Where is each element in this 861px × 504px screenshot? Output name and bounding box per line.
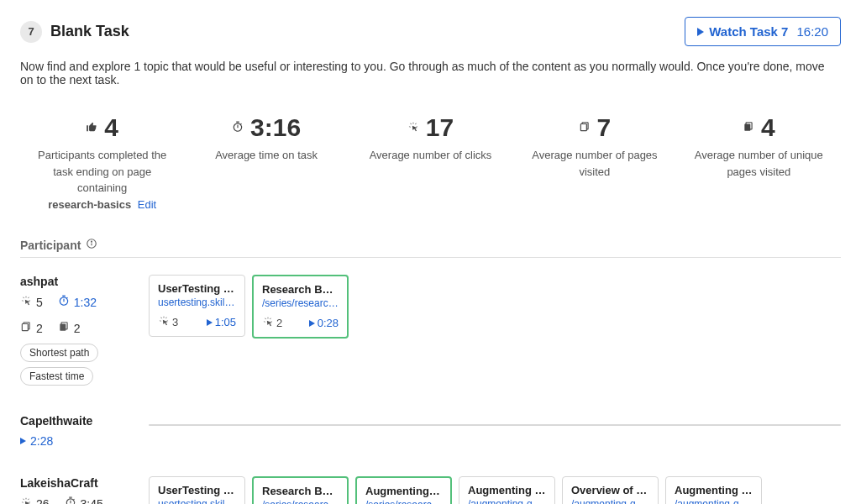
participant-pages: 2 <box>20 321 43 335</box>
svg-rect-3 <box>744 123 750 130</box>
card-clicks: 3 <box>158 315 178 329</box>
svg-rect-1 <box>580 123 586 130</box>
page-card[interactable]: UserTesting Tra… usertesting.skilljar… 2… <box>149 476 245 504</box>
page-card[interactable]: Augmenting Qu… /series/research-b… 16 1:… <box>355 476 452 504</box>
cursor-click-icon <box>262 316 274 330</box>
metric-completed-page: research-basics <box>48 198 131 211</box>
page-card[interactable]: Augmenting Q… /augmenting-qua… 3 0:22 <box>459 476 555 504</box>
participant-name[interactable]: CapeIthwaite <box>20 414 134 428</box>
watch-task-duration: 16:20 <box>796 24 828 39</box>
card-title: Augmenting Qu… <box>365 485 442 497</box>
timeline-bar <box>149 424 841 426</box>
card-play-button[interactable]: 0:28 <box>309 317 339 329</box>
card-url: /series/research-b… <box>262 297 339 309</box>
play-icon <box>20 438 26 444</box>
svg-point-6 <box>92 241 92 242</box>
metric-unique-label: Average number of unique pages visited <box>684 147 834 180</box>
card-title: Research Basics <box>262 485 339 497</box>
edit-link[interactable]: Edit <box>138 198 156 211</box>
metric-clicks-value: 17 <box>426 113 454 142</box>
page-card[interactable]: Overview of qu… /augmenting-qua… 0 0:31 <box>562 476 659 504</box>
metric-completed-value: 4 <box>104 113 118 142</box>
metric-clicks-label: Average number of clicks <box>355 147 506 164</box>
svg-rect-8 <box>22 324 28 331</box>
card-play-button[interactable]: 1:05 <box>207 316 236 328</box>
participant-row: ashpat 5 1:32 2 2 Shortest pathFastest t… <box>20 275 841 386</box>
cards-row: UserTesting Tra… usertesting.skilljar… 3… <box>149 275 841 339</box>
metric-time-value: 3:16 <box>250 113 301 142</box>
unique-pages-icon <box>743 119 754 137</box>
stopwatch-icon <box>65 496 76 504</box>
page-card[interactable]: UserTesting Tra… usertesting.skilljar… 3… <box>149 275 245 337</box>
thumbs-up-icon <box>86 119 97 137</box>
svg-rect-10 <box>60 324 66 331</box>
card-title: Augmenting Q… <box>468 484 546 496</box>
unique-pages-icon <box>58 321 70 335</box>
cursor-click-icon <box>20 295 32 309</box>
participant-play[interactable]: 2:28 <box>20 434 134 448</box>
participant-time: 3:45 <box>65 496 103 504</box>
cursor-click-icon <box>158 315 170 329</box>
card-url: usertesting.skilljar… <box>158 297 236 308</box>
participant-clicks: 5 <box>20 295 43 309</box>
cursor-click-icon <box>407 119 419 137</box>
play-icon <box>207 319 213 326</box>
card-title: Research Basics <box>262 283 339 296</box>
task-description: Now find and explore 1 topic that would … <box>20 60 841 87</box>
page-card[interactable]: Research Basics /series/research-b… 3 0:… <box>252 476 349 504</box>
page-card[interactable]: Augmenting Q… /augmenting-qua… 2 0:14 <box>665 476 762 504</box>
participant-section-label: Participant <box>20 239 81 252</box>
participant-name[interactable]: ashpat <box>20 275 134 288</box>
card-title: Augmenting Q… <box>675 484 753 496</box>
card-title: Overview of qu… <box>571 484 649 496</box>
card-title: UserTesting Tra… <box>158 282 236 295</box>
participant-unique-pages: 2 <box>58 321 81 335</box>
participant-badge: Shortest path <box>20 344 98 362</box>
metric-completed-label: Participants completed the task ending o… <box>38 149 166 194</box>
watch-task-button[interactable]: Watch Task 7 16:20 <box>685 17 841 46</box>
page-card[interactable]: Research Basics /series/research-b… 2 0:… <box>252 275 349 339</box>
card-clicks: 2 <box>262 316 282 330</box>
card-title: UserTesting Tra… <box>158 484 236 496</box>
info-icon[interactable] <box>86 238 97 252</box>
pages-icon <box>579 119 591 137</box>
participant-name[interactable]: LakeishaCraft <box>20 476 134 490</box>
card-url: /augmenting-qua… <box>675 498 753 504</box>
cursor-click-icon <box>20 496 32 504</box>
metric-unique-value: 4 <box>761 113 775 142</box>
card-url: /series/research-b… <box>262 499 339 504</box>
play-icon <box>309 320 315 327</box>
participant-row: LakeishaCraft 26 3:45 6 5 UserTesting Tr… <box>20 476 841 504</box>
metric-pages-label: Average number of pages visited <box>519 147 669 180</box>
pages-icon <box>20 321 32 335</box>
card-url: /augmenting-qua… <box>571 498 649 504</box>
card-url: usertesting.skilljar… <box>158 498 236 504</box>
card-url: /series/research-b… <box>365 499 442 504</box>
participant-row: CapeIthwaite 2:28 <box>20 414 841 448</box>
watch-task-label: Watch Task 7 <box>709 24 788 39</box>
stopwatch-icon <box>58 295 70 309</box>
task-title: Blank Task <box>50 23 129 40</box>
metric-pages-value: 7 <box>597 113 612 142</box>
play-icon <box>697 28 704 36</box>
metric-time-label: Average time on task <box>191 147 341 164</box>
card-url: /augmenting-qua… <box>468 498 546 504</box>
participant-time: 1:32 <box>58 295 97 309</box>
participant-clicks: 26 <box>20 496 50 504</box>
cards-row: UserTesting Tra… usertesting.skilljar… 2… <box>149 476 841 504</box>
participant-badge: Fastest time <box>20 367 93 386</box>
stopwatch-icon <box>232 119 244 137</box>
task-number-badge: 7 <box>20 21 42 43</box>
